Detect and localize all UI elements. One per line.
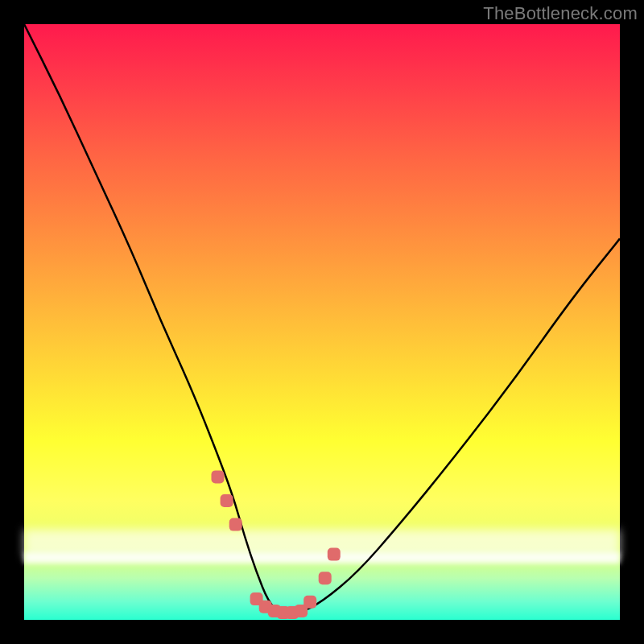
marker-point bbox=[212, 470, 225, 483]
marker-point bbox=[221, 494, 233, 507]
marker-point bbox=[229, 518, 242, 531]
marker-point bbox=[319, 572, 332, 584]
marker-point bbox=[328, 548, 341, 561]
watermark-text: TheBottleneck.com bbox=[483, 3, 638, 24]
marker-point bbox=[303, 596, 316, 609]
plot-area bbox=[24, 24, 620, 620]
bottleneck-curve bbox=[24, 24, 620, 614]
curve-layer bbox=[24, 24, 620, 620]
chart-container: TheBottleneck.com bbox=[0, 0, 644, 644]
